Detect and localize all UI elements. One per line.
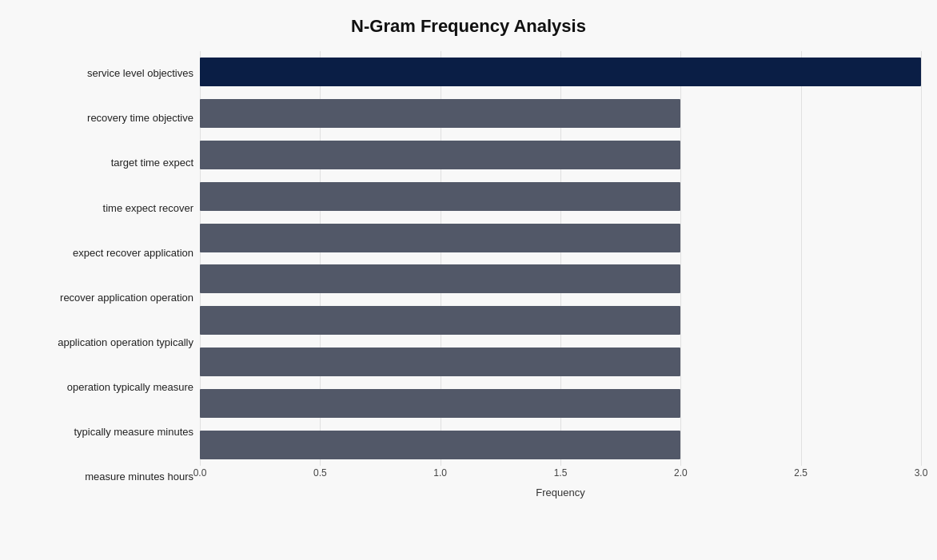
chart-title: N-Gram Frequency Analysis: [16, 16, 921, 37]
bar: [200, 431, 680, 459]
x-tick: 0.0: [193, 467, 207, 479]
bar: [200, 264, 680, 293]
bar-row: [200, 300, 921, 341]
bar: [200, 141, 680, 169]
x-tick: 2.0: [674, 467, 688, 479]
bars-and-xaxis: 0.00.51.01.52.02.53.0 Frequency: [200, 51, 921, 499]
y-label: service level objectives: [16, 52, 193, 95]
x-tick: 2.5: [794, 467, 807, 479]
y-label: operation typically measure: [16, 366, 193, 409]
bar-row: [200, 259, 921, 300]
x-tick: 3.0: [915, 467, 928, 479]
grid-line: [921, 51, 922, 466]
chart-container: N-Gram Frequency Analysis service level …: [0, 0, 937, 560]
bar-row: [200, 134, 921, 176]
x-tick: 1.5: [554, 467, 568, 479]
bar: [200, 99, 680, 128]
bar-row: [200, 176, 921, 217]
bar: [200, 224, 680, 252]
y-label: target time expect: [16, 141, 193, 185]
y-axis: service level objectivesrecovery time ob…: [16, 51, 200, 499]
y-label: expect recover application: [16, 231, 193, 274]
x-tick: 1.0: [433, 467, 447, 479]
bar-row: [200, 341, 921, 383]
bar-row: [200, 51, 921, 93]
bar: [200, 182, 680, 211]
bar: [200, 389, 680, 418]
bar-row: [200, 383, 921, 424]
y-label: time expect recover: [16, 186, 193, 229]
y-label: typically measure minutes: [16, 411, 193, 454]
x-ticks: 0.00.51.01.52.02.53.0: [200, 467, 921, 483]
bar-row: [200, 424, 921, 466]
chart-area: service level objectivesrecovery time ob…: [16, 51, 921, 499]
x-axis-label: Frequency: [200, 487, 921, 498]
x-tick: 0.5: [313, 467, 327, 479]
y-label: recover application operation: [16, 276, 193, 320]
y-label: recovery time objective: [16, 97, 193, 140]
bars-area: [200, 51, 921, 466]
y-label: application operation typically: [16, 321, 193, 364]
bar: [200, 306, 680, 335]
bars-rows: [200, 51, 921, 466]
bar: [200, 348, 680, 376]
bar-row: [200, 93, 921, 134]
bar: [200, 58, 921, 86]
x-axis: 0.00.51.01.52.02.53.0 Frequency: [200, 467, 921, 499]
y-label: measure minutes hours: [16, 455, 193, 498]
bar-row: [200, 217, 921, 259]
